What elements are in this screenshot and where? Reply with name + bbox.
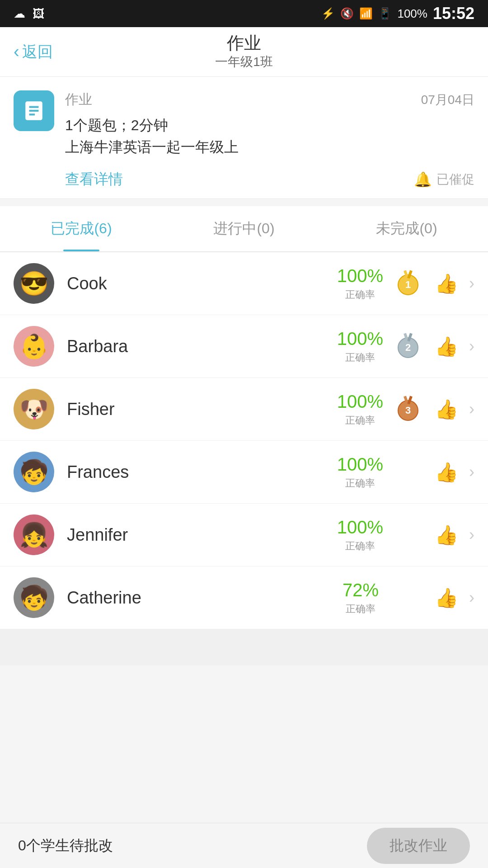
tab-incomplete[interactable]: 未完成(0): [325, 206, 488, 251]
score-value-cook: 100%: [337, 266, 383, 286]
page-title: 作业: [227, 33, 261, 54]
student-name-catherine: Catherine: [67, 588, 338, 608]
urged-label: 已催促: [436, 171, 474, 188]
student-list: 😎 Cook 100% 正确率 1 👍 › 👶 Barbara 100% 正确率: [0, 252, 488, 629]
score-cook: 100% 正确率: [337, 266, 383, 302]
score-label-barbara: 正确率: [345, 351, 375, 364]
chevron-right-icon-cook: ›: [469, 274, 474, 293]
score-label-catherine: 正确率: [346, 602, 375, 616]
student-row[interactable]: 🧒 Frances 100% 正确率 👍 ›: [0, 441, 488, 504]
image-icon: 🖼: [33, 7, 44, 21]
grade-homework-button[interactable]: 批改作业: [367, 828, 470, 864]
student-row[interactable]: 👧 Jennifer 100% 正确率 👍 ›: [0, 504, 488, 566]
assignment-icon: [14, 90, 54, 131]
bottom-spacer: [0, 665, 488, 720]
chevron-right-icon-catherine: ›: [469, 588, 474, 607]
wifi-icon: 📶: [359, 7, 373, 20]
avatar-jennifer: 👧: [14, 514, 54, 555]
score-label-frances: 正确率: [345, 476, 375, 490]
student-row[interactable]: 🧒 Catherine 72% 正确率 👍 ›: [0, 566, 488, 629]
bell-icon: 🔔: [414, 171, 432, 188]
student-row[interactable]: 👶 Barbara 100% 正确率 2 👍 ›: [0, 315, 488, 378]
student-name-barbara: Barbara: [67, 337, 337, 356]
back-button[interactable]: ‹ 返回: [14, 42, 53, 62]
assignment-info: 作业 07月04日 1个题包；2分钟 上海牛津英语一起一年级上 查看详情 🔔 已…: [65, 90, 474, 189]
assignment-type-label: 作业: [65, 90, 92, 109]
score-barbara: 100% 正确率: [337, 329, 383, 364]
score-label-cook: 正确率: [345, 288, 375, 302]
chevron-right-icon-frances: ›: [469, 462, 474, 481]
medal-bronze: 3: [392, 393, 424, 425]
score-label-fisher: 正确率: [345, 414, 375, 427]
student-name-jennifer: Jennifer: [67, 525, 337, 545]
like-button-barbara[interactable]: 👍: [435, 335, 458, 358]
back-arrow-icon: ‹: [14, 42, 19, 61]
signal-icon: 📱: [378, 7, 392, 20]
chevron-right-icon-barbara: ›: [469, 337, 474, 356]
svg-text:1: 1: [405, 279, 411, 290]
student-name-fisher: Fisher: [67, 400, 337, 419]
assignment-header-row: 作业 07月04日: [65, 90, 474, 109]
mute-icon: 🔇: [340, 7, 354, 20]
svg-text:3: 3: [405, 405, 411, 416]
score-value-barbara: 100%: [337, 329, 383, 349]
page-header: ‹ 返回 作业 一年级1班: [0, 27, 488, 77]
like-button-jennifer[interactable]: 👍: [435, 524, 458, 546]
avatar-frances: 🧒: [14, 452, 54, 492]
like-button-frances[interactable]: 👍: [435, 461, 458, 483]
score-jennifer: 100% 正确率: [337, 517, 383, 553]
score-value-catherine: 72%: [343, 580, 379, 600]
list-footer: [0, 629, 488, 665]
score-fisher: 100% 正确率: [337, 392, 383, 427]
student-row[interactable]: 🐶 Fisher 100% 正确率 3 👍 ›: [0, 378, 488, 441]
score-catherine: 72% 正确率: [338, 580, 383, 616]
assignment-actions: 查看详情 🔔 已催促: [65, 165, 474, 189]
weather-icon: ☁: [14, 7, 25, 21]
medal-silver: 2: [392, 330, 424, 362]
bluetooth-icon: ⚡: [321, 7, 335, 20]
assignment-date: 07月04日: [421, 91, 474, 108]
tabs-container: 已完成(6) 进行中(0) 未完成(0): [0, 206, 488, 252]
avatar-barbara: 👶: [14, 326, 54, 367]
assignment-desc-line1: 1个题包；2分钟: [65, 114, 474, 136]
avatar-cook: 😎: [14, 263, 54, 304]
assignment-card: 作业 07月04日 1个题包；2分钟 上海牛津英语一起一年级上 查看详情 🔔 已…: [0, 77, 488, 199]
back-label: 返回: [22, 42, 53, 62]
like-button-catherine[interactable]: 👍: [435, 587, 458, 609]
pending-students-text: 0个学生待批改: [18, 836, 113, 856]
score-value-jennifer: 100%: [337, 517, 383, 538]
assignment-desc-line2: 上海牛津英语一起一年级上: [65, 136, 474, 158]
chevron-right-icon-fisher: ›: [469, 400, 474, 419]
chevron-right-icon-jennifer: ›: [469, 525, 474, 544]
medal-gold: 1: [392, 268, 424, 299]
student-row[interactable]: 😎 Cook 100% 正确率 1 👍 ›: [0, 252, 488, 315]
bottom-bar: 0个学生待批改 批改作业: [0, 823, 488, 868]
tab-completed[interactable]: 已完成(6): [0, 206, 163, 251]
status-bar: ☁ 🖼 ⚡ 🔇 📶 📱 100% 15:52: [0, 0, 488, 27]
battery-text: 100%: [397, 7, 427, 21]
score-value-frances: 100%: [337, 454, 383, 475]
like-button-cook[interactable]: 👍: [435, 273, 458, 295]
avatar-fisher: 🐶: [14, 389, 54, 429]
status-left-icons: ☁ 🖼: [14, 7, 44, 21]
status-time: 15:52: [433, 4, 474, 23]
page-subtitle: 一年级1班: [215, 53, 273, 71]
score-label-jennifer: 正确率: [345, 539, 375, 553]
avatar-catherine: 🧒: [14, 577, 54, 618]
like-button-fisher[interactable]: 👍: [435, 398, 458, 420]
svg-text:2: 2: [405, 342, 411, 353]
view-detail-button[interactable]: 查看详情: [65, 170, 123, 189]
tab-inprogress[interactable]: 进行中(0): [163, 206, 325, 251]
student-name-cook: Cook: [67, 274, 337, 293]
status-right-icons: ⚡ 🔇 📶 📱 100% 15:52: [321, 4, 474, 23]
score-frances: 100% 正确率: [337, 454, 383, 490]
lines-icon: [23, 99, 45, 122]
urge-section: 🔔 已催促: [414, 171, 474, 188]
student-name-frances: Frances: [67, 462, 337, 482]
score-value-fisher: 100%: [337, 392, 383, 412]
